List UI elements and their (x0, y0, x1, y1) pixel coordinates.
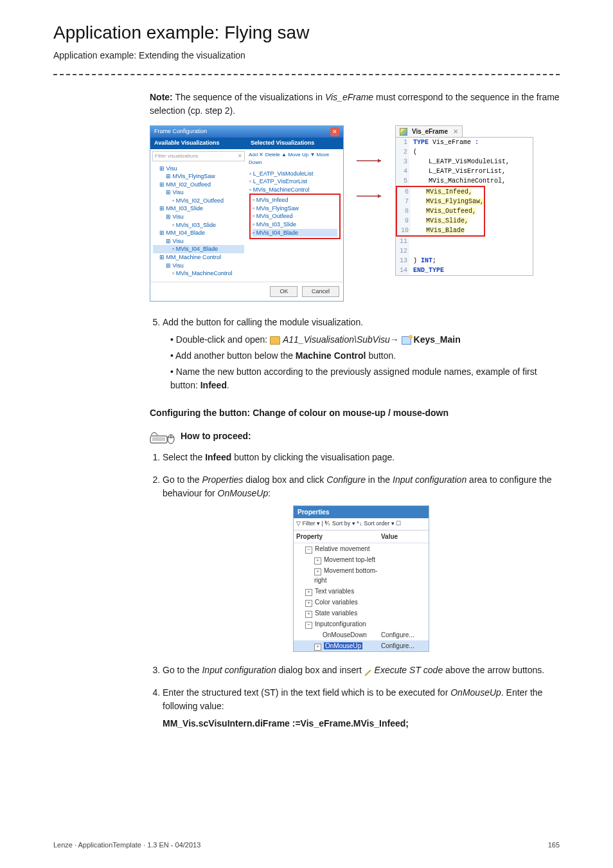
code-value: MM_Vis.scVisuIntern.diFrame :=Vis_eFrame… (163, 717, 560, 730)
enum-icon (400, 128, 407, 136)
bullet: Name the new button according to the pre… (170, 365, 560, 392)
dialog-title: Frame Configuration (154, 127, 207, 136)
column-header: Property (296, 532, 381, 541)
pencil-icon (364, 667, 372, 674)
bullet: Double-click and open: A11_Visualisation… (170, 333, 560, 347)
figure-row: Frame Configuration ✕ Available Visualiz… (150, 125, 560, 302)
section-heading: Configuring the button: Change of colour… (150, 406, 560, 420)
page-title: Application example: Flying saw (53, 19, 560, 46)
step-list: Add the button for calling the module vi… (150, 316, 560, 392)
property-row[interactable]: +State variables (294, 608, 429, 619)
available-header: Available Visualizations (150, 138, 247, 149)
filter-input[interactable]: Filter visualizations✕ (152, 151, 245, 161)
column-header: Value (381, 532, 426, 541)
list-item[interactable]: ▫ MVis_MachineControl (249, 186, 341, 194)
properties-title: Properties (294, 506, 429, 518)
code-line: 13 ) INT; (396, 256, 533, 266)
toolbar[interactable]: Add ✕ Delete ▲ Move Up ▼ Move Down (249, 151, 341, 167)
tree-item[interactable]: ⊞ MM_I03_Slide (153, 204, 244, 213)
list-item[interactable]: ▫ MVis_I03_Slide (253, 221, 337, 229)
tree-item[interactable]: ⊞ Visu (153, 165, 244, 173)
tree-item[interactable]: ▫ MVis_MachineControl (153, 269, 244, 278)
property-row[interactable]: +Movement bottom-right (294, 565, 429, 586)
tree-item[interactable]: ▫ MVis_I02_Outfeed (153, 197, 244, 205)
close-tab-icon[interactable]: ✕ (453, 127, 458, 136)
note-block: Note: The sequence of the visualizations… (150, 91, 560, 118)
svg-marker-0 (378, 159, 381, 163)
visualization-icon (402, 336, 411, 345)
code-line: 5 MVis_MachineControl, (396, 176, 533, 186)
tree-item[interactable]: ⊞ Visu (153, 262, 244, 270)
connector-arrows (357, 125, 382, 302)
step-3: Go to the Input configuration dialog box… (163, 664, 560, 677)
code-line: 14 END_TYPE (396, 266, 533, 275)
page-number: 165 (548, 840, 560, 851)
bullet: Add another button below the Machine Con… (170, 349, 560, 363)
footer-left: Lenze · ApplicationTemplate · 1.3 EN - 0… (53, 840, 200, 851)
tree-item[interactable]: ⊞ MM_Machine Control (153, 253, 244, 262)
ok-button[interactable]: OK (270, 286, 298, 298)
tree-item[interactable]: ⊞ MVis_FlyingSaw (153, 172, 244, 181)
list-item[interactable]: ▫ MVis_FlyingSaw (253, 204, 337, 213)
text: Vis_eFrame (325, 92, 373, 102)
svg-marker-1 (378, 194, 381, 198)
property-row[interactable]: +Color variables (294, 597, 429, 608)
note-label: Note: (150, 92, 173, 102)
code-line: 6 MVis_Infeed, (397, 187, 484, 197)
code-line: 4 L_EATP_VisErrorList, (396, 167, 533, 176)
property-row[interactable]: OnMouseDownConfigure... (294, 629, 429, 640)
code-line: 7 MVis_FlyingSaw, (397, 197, 484, 206)
tree-item[interactable]: ⊞ MM_I02_Outfeed (153, 181, 244, 189)
page-subtitle: Application example: Extending the visua… (53, 49, 560, 62)
tree-item[interactable]: ⊞ Visu (153, 213, 244, 221)
code-line: 12 (396, 246, 533, 256)
folder-icon (270, 336, 280, 345)
visualization-tree[interactable]: ⊞ Visu⊞ MVis_FlyingSaw⊞ MM_I02_Outfeed⊞ … (150, 163, 247, 282)
property-row[interactable]: +Text variables (294, 586, 429, 597)
code-line: 9 MVis_Slide, (397, 216, 484, 226)
code-line: 1 TYPE Vis_eFrame : (396, 138, 533, 147)
horizontal-rule (53, 74, 560, 75)
text: The sequence of the visualizations in (175, 92, 324, 102)
editor-tab[interactable]: Vis_eFrame ✕ (395, 125, 463, 137)
tree-item[interactable]: ⊞ Visu (153, 237, 244, 246)
page-footer: Lenze · ApplicationTemplate · 1.3 EN - 0… (53, 840, 560, 851)
step-1: Select the Infeed button by clicking the… (163, 451, 560, 464)
list-item[interactable]: ▫ MVis_I04_Blade (253, 229, 337, 237)
property-row[interactable]: +Movement top-left (294, 554, 429, 565)
property-row[interactable]: −Inputconfiguration (294, 619, 429, 629)
code-line: 10 MVis_Blade (397, 226, 484, 235)
code-line: 2 ( (396, 147, 533, 157)
code-line: 8 MVis_Outfeed, (397, 206, 484, 216)
tree-item[interactable]: ⊞ Visu (153, 188, 244, 197)
list-item[interactable]: ▫ MVis_Infeed (253, 196, 337, 204)
svg-rect-2 (150, 436, 167, 443)
code-editor: Vis_eFrame ✕ 1 TYPE Vis_eFrame :2 (3 L_E… (395, 125, 533, 302)
property-row[interactable]: −Relative movement (294, 543, 429, 554)
step-5: Add the button for calling the module vi… (163, 316, 560, 392)
property-row[interactable]: +OnMouseUpConfigure... (294, 640, 429, 651)
step-4: Enter the structured text (ST) in the te… (163, 686, 560, 730)
procedure-steps: Select the Infeed button by clicking the… (150, 451, 560, 730)
step-2: Go to the Properties dialog box and clic… (163, 473, 560, 652)
frame-config-dialog: Frame Configuration ✕ Available Visualiz… (150, 125, 344, 302)
list-item[interactable]: ▫ L_EATP_VisModuleList (249, 170, 341, 178)
list-item[interactable]: ▫ L_EATP_VisErrorList (249, 177, 341, 186)
list-item[interactable]: ▫ MVis_Outfeed (253, 212, 337, 221)
how-to-proceed: How to proceed: (150, 429, 560, 443)
selected-list[interactable]: ▫ L_EATP_VisModuleList▫ L_EATP_VisErrorL… (247, 168, 343, 266)
cancel-button[interactable]: Cancel (302, 286, 339, 298)
tree-item[interactable]: ▫ MVis_I03_Slide (153, 221, 244, 230)
tree-item[interactable]: ▫ MVis_I04_Blade (153, 245, 244, 253)
code-line: 11 (396, 237, 533, 246)
keyboard-mouse-icon (150, 429, 175, 443)
code-line: 3 L_EATP_VisModuleList, (396, 157, 533, 167)
selected-header: Selected Visualizations (247, 138, 343, 149)
properties-toolbar[interactable]: ▽ Filter ▾ | ⅗ Sort by ▾ ᴬ↓ Sort order ▾… (294, 518, 429, 530)
tree-item[interactable]: ⊞ MM_I04_Blade (153, 229, 244, 237)
close-icon[interactable]: ✕ (330, 127, 339, 136)
properties-panel: Properties ▽ Filter ▾ | ⅗ Sort by ▾ ᴬ↓ S… (293, 505, 429, 652)
